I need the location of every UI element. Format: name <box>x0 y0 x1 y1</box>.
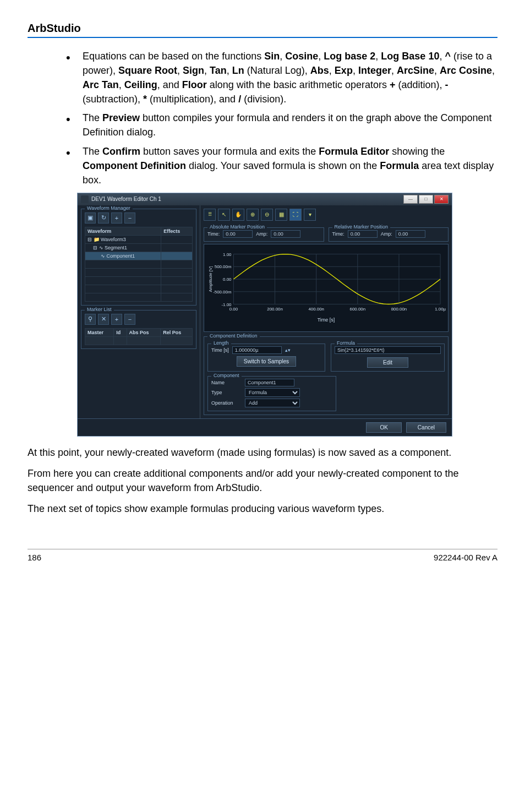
col-id: Id <box>114 328 127 336</box>
component-definition-group: Component Definition Length Time [s] ▴▾ … <box>204 336 449 415</box>
doc-header: ArbStudio <box>28 22 497 38</box>
maximize-button[interactable]: □ <box>419 195 433 204</box>
spinner-icon[interactable]: ▴▾ <box>285 347 291 353</box>
operation-label: Operation <box>211 400 242 406</box>
waveform-tree[interactable]: Waveform Effects ⊟ 📁 Waveform3 ⊟ ∿ Segme… <box>85 227 193 302</box>
dropdown-icon[interactable]: ▾ <box>304 209 316 221</box>
time-s-field[interactable] <box>232 346 282 354</box>
app-window: DEV1 Waveform Editor Ch 1 — □ ✕ Waveform… <box>77 193 452 437</box>
cancel-button[interactable]: Cancel <box>406 422 446 433</box>
paragraph: At this point, your newly-created wavefo… <box>28 445 497 460</box>
group-title: Length <box>211 340 231 346</box>
tree-row[interactable]: ⊟ 📁 Waveform3 <box>85 235 193 243</box>
chart-xlabel: Time [s] <box>206 317 446 323</box>
formula-field[interactable] <box>335 346 441 354</box>
abs-marker-group: Absolute Marker Position Time: Amp: <box>204 227 324 242</box>
fit-icon[interactable]: ⛶ <box>289 209 302 221</box>
group-title: Absolute Marker Position <box>207 224 267 230</box>
bullet-item: The Preview button compiles your formula… <box>66 111 497 139</box>
svg-text:500.00m: 500.00m <box>215 264 232 269</box>
bullet-item: Equations can be based on the functions … <box>66 49 497 106</box>
hand-icon[interactable]: ✋ <box>232 209 244 221</box>
amp-label: Amp: <box>381 231 392 237</box>
amp-label: Amp: <box>256 231 267 237</box>
group-title: Waveform Manager <box>85 205 133 211</box>
length-group: Length Time [s] ▴▾ Switch to Samples <box>207 344 325 372</box>
page-footer: 186 922244-00 Rev A <box>28 549 497 562</box>
waveform-manager-group: Waveform Manager ▣ ↻ + − Waveform Effect… <box>81 209 196 306</box>
window-title: DEV1 Waveform Editor Ch 1 <box>91 196 161 202</box>
marker-plus-icon[interactable]: + <box>111 314 122 325</box>
component-group: Component Name Type Formula Operation <box>207 376 336 411</box>
col-abspos: Abs Pos <box>127 328 161 336</box>
ok-button[interactable]: OK <box>366 422 401 433</box>
svg-text:0.00: 0.00 <box>229 307 238 312</box>
svg-text:-1.00: -1.00 <box>221 302 232 307</box>
abs-amp-field[interactable] <box>271 230 300 238</box>
chart-canvas: 0.00200.00n400.00n600.00n800.00n1.00µ1.0… <box>206 247 446 318</box>
col-waveform: Waveform <box>85 227 161 235</box>
close-button[interactable]: ✕ <box>434 195 449 204</box>
time-label: Time: <box>207 231 220 237</box>
time-s-label: Time [s] <box>211 347 229 353</box>
group-title: Component <box>211 373 242 378</box>
formula-group: Formula Edit <box>331 344 445 372</box>
type-label: Type <box>211 390 242 395</box>
col-relpos: Rel Pos <box>161 328 193 336</box>
marker-add-icon[interactable]: ⚲ <box>85 314 96 325</box>
title-bar: DEV1 Waveform Editor Ch 1 — □ ✕ <box>78 193 452 205</box>
doc-revision: 922244-00 Rev A <box>434 553 497 562</box>
cursor-icon[interactable]: ↖ <box>218 209 230 221</box>
tree-row[interactable]: ⊟ ∿ Segment1 <box>85 243 193 252</box>
minimize-button[interactable]: — <box>403 195 418 204</box>
time-label: Time: <box>332 231 344 237</box>
graph-settings-icon[interactable]: ⠿ <box>204 209 216 221</box>
svg-text:1.00µ: 1.00µ <box>435 307 446 312</box>
paragraph: The next set of topics show example form… <box>28 502 497 516</box>
remove-icon[interactable]: − <box>124 212 135 224</box>
new-waveform-icon[interactable]: ▣ <box>85 212 96 224</box>
switch-to-samples-button[interactable]: Switch to Samples <box>237 356 296 367</box>
rel-time-field[interactable] <box>348 230 378 238</box>
svg-text:1.00: 1.00 <box>223 252 232 257</box>
app-icon <box>81 195 89 203</box>
bullet-list: Equations can be based on the functions … <box>28 49 497 187</box>
svg-text:0.00: 0.00 <box>223 277 232 282</box>
svg-text:-500.00m: -500.00m <box>213 290 232 295</box>
edit-button[interactable]: Edit <box>367 357 408 368</box>
marker-list-group: Marker List ⚲ ✕ + − Master Id Abs Pos Re… <box>81 310 196 349</box>
col-master: Master <box>85 328 114 336</box>
zoom-region-icon[interactable]: ▦ <box>275 209 287 221</box>
add-icon[interactable]: + <box>111 212 122 224</box>
group-title: Relative Marker Position <box>332 224 391 230</box>
marker-table[interactable]: Master Id Abs Pos Rel Pos <box>85 328 193 345</box>
marker-minus-icon[interactable]: − <box>124 314 135 325</box>
rel-marker-group: Relative Marker Position Time: Amp: <box>329 227 449 242</box>
svg-text:800.00n: 800.00n <box>391 307 407 312</box>
group-title: Marker List <box>85 307 114 312</box>
preview-chart: 0.00200.00n400.00n600.00n800.00n1.00µ1.0… <box>204 244 449 332</box>
rel-amp-field[interactable] <box>396 230 425 238</box>
paragraph: From here you can create additional comp… <box>28 466 497 495</box>
name-field[interactable] <box>245 379 294 386</box>
group-title: Component Definition <box>207 333 260 339</box>
operation-select[interactable]: Add <box>245 399 300 407</box>
type-select[interactable]: Formula <box>245 388 300 397</box>
abs-time-field[interactable] <box>223 230 253 238</box>
zoom-out-icon[interactable]: ⊖ <box>261 209 273 221</box>
marker-delete-icon[interactable]: ✕ <box>98 314 109 325</box>
svg-text:600.00n: 600.00n <box>350 307 366 312</box>
zoom-in-icon[interactable]: ⊕ <box>247 209 259 221</box>
name-label: Name <box>211 380 242 385</box>
svg-text:400.00n: 400.00n <box>308 307 324 312</box>
svg-text:200.00n: 200.00n <box>267 307 283 312</box>
refresh-icon[interactable]: ↻ <box>98 212 109 224</box>
page-number: 186 <box>28 553 41 562</box>
col-effects: Effects <box>161 227 193 235</box>
tree-row[interactable]: ∿ Component1 <box>85 252 193 260</box>
group-title: Formula <box>335 340 357 346</box>
bullet-item: The Confirm button saves your formula an… <box>66 144 497 187</box>
svg-text:Amplitude [V]: Amplitude [V] <box>208 266 213 292</box>
